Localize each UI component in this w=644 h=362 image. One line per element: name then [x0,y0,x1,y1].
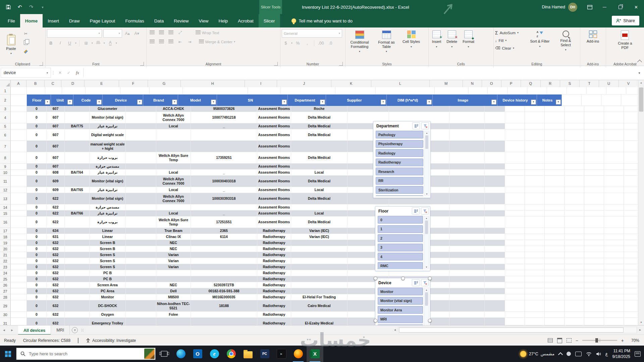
table-cell[interactable] [65,312,90,318]
scroll-down-icon[interactable]: ▼ [638,319,644,325]
increase-decimal-button[interactable]: .00 [317,40,325,47]
normal-view-button[interactable] [547,338,553,343]
cell[interactable] [621,95,638,106]
table-cell[interactable]: Assesment Rooms [257,176,291,187]
italic-button[interactable]: I [56,40,64,47]
table-cell[interactable]: _ [191,210,257,217]
row-header-2[interactable]: 2 [0,95,11,106]
sort-filter-button[interactable]: Sort & Filter▾ [528,29,551,60]
table-cell[interactable]: Delta Medical [291,112,347,123]
table-cell[interactable]: Screen S [90,258,126,264]
table-cell[interactable]: _ [191,187,257,193]
table-cell[interactable] [449,294,485,300]
table-cell[interactable] [449,112,485,123]
cell[interactable] [624,123,638,129]
table-cell[interactable] [126,217,156,228]
cell[interactable] [545,318,565,325]
table-cell[interactable]: 0 [27,217,47,228]
zoom-in-button[interactable]: + [621,338,624,343]
table-cell[interactable]: 0 [27,106,47,112]
slicer-item-rr[interactable]: RR [376,177,423,185]
slicer-floor[interactable]: Floor01234RMC▲▼ [375,206,430,271]
table-cell[interactable] [191,270,257,276]
taskbar-excel-icon[interactable]: X [307,346,323,362]
cell[interactable] [545,193,565,204]
table-cell[interactable]: Varian (IEC) [291,228,347,234]
clear-button[interactable]: ⌫Clear▾ [495,45,527,52]
table-cell[interactable] [156,129,191,141]
cell[interactable] [624,252,638,258]
table-cell[interactable]: 632 [47,294,65,300]
table-header-floor[interactable]: Floor▼ [27,95,51,106]
cell[interactable] [525,264,545,270]
cell[interactable] [584,193,604,204]
table-cell[interactable] [126,240,156,246]
save-button[interactable] [5,4,11,10]
table-cell[interactable]: بروب حرارة [90,217,126,228]
cell[interactable] [545,210,565,217]
slicer-item-radiotherapy[interactable]: Radiotherapy [376,159,423,166]
cell[interactable] [584,312,604,318]
table-cell[interactable]: 2365 [191,228,257,234]
cell[interactable] [545,129,565,141]
ribbon-tab-review[interactable]: Review [169,14,194,27]
cell[interactable] [565,141,584,152]
table-cell[interactable] [65,217,90,228]
table-cell[interactable]: 632 [47,240,65,246]
cell[interactable] [545,276,565,282]
table-cell[interactable] [126,129,156,141]
slicer-item-rmc[interactable]: RMC [378,262,423,269]
table-cell[interactable]: Radiotherapy [257,228,291,234]
table-cell[interactable] [449,288,485,294]
table-cell[interactable]: PC B [90,276,126,282]
table-cell[interactable]: بروب حرارة [90,152,126,164]
cell[interactable] [86,87,120,95]
cell[interactable] [11,270,27,276]
cell[interactable] [525,234,545,240]
cell[interactable] [11,217,27,228]
cell[interactable] [525,112,545,123]
insert-function-icon[interactable]: fx [73,68,82,77]
horizontal-scroll-thumb[interactable] [399,327,624,333]
cell[interactable] [505,129,525,141]
table-cell[interactable]: Radiotherapy [257,282,291,288]
cell[interactable] [604,141,624,152]
table-cell[interactable] [291,258,347,264]
table-cell[interactable] [65,106,90,112]
orientation-button[interactable]: ⤢ [176,29,184,36]
cell[interactable] [604,152,624,164]
table-cell[interactable]: Radiotherapy [257,258,291,264]
cell[interactable] [525,164,545,170]
cell[interactable] [565,106,584,112]
table-cell[interactable]: 52303972TB [191,282,257,288]
table-cell[interactable]: Assesment Rooms [257,141,291,152]
cell[interactable] [604,112,624,123]
table-cell[interactable]: Wellch Allyn Connex 7000 [156,112,191,123]
cell[interactable] [11,210,27,217]
cell[interactable] [525,217,545,228]
table-cell[interactable] [449,176,485,187]
top-align-button[interactable] [148,29,156,36]
table-cell[interactable] [65,270,90,276]
table-cell[interactable] [191,318,257,325]
cell[interactable] [584,187,604,193]
decrease-font-size-icon[interactable]: A▾ [133,30,141,37]
cell[interactable] [11,106,27,112]
table-cell[interactable]: _ [191,170,257,176]
cell[interactable] [11,87,27,95]
cell[interactable] [505,240,525,246]
cell[interactable] [525,187,545,193]
table-cell[interactable] [485,164,505,170]
table-cell[interactable] [156,164,191,170]
cell[interactable] [584,318,604,325]
table-cell[interactable]: 0 [27,264,47,270]
table-cell[interactable] [126,246,156,252]
horizontal-scroll-track[interactable] [398,327,637,333]
undo-button[interactable]: ↶ [17,4,23,10]
slicer-scrollbar[interactable]: ▲▼ [424,131,429,196]
table-cell[interactable] [291,276,347,282]
cell[interactable] [11,276,27,282]
table-cell[interactable]: Monitor (vital sign) [90,112,126,123]
slicer-item-radiology[interactable]: Radiology [376,149,423,157]
cell[interactable] [248,87,280,95]
